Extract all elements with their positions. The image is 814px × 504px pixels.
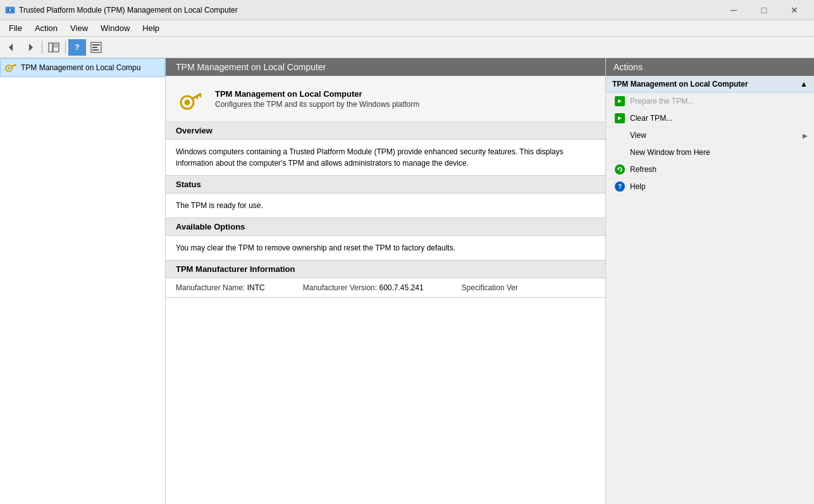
mfr-version-cell: Manufacturer Version: 600.7.45.241 <box>303 283 424 292</box>
svg-rect-11 <box>92 47 97 48</box>
mfr-version-label: Manufacturer Version: <box>303 283 377 292</box>
tpm-app-icon <box>5 5 15 15</box>
section-status-body: The TPM is ready for use. <box>166 194 605 218</box>
section-options-body: You may clear the TPM to remove ownershi… <box>166 236 605 260</box>
arrow-right-icon <box>617 98 623 104</box>
tpm-tree-icon <box>4 61 17 74</box>
toolbar-properties[interactable] <box>87 39 105 56</box>
manufacturer-row: Manufacturer Name: INTC Manufacturer Ver… <box>166 278 605 297</box>
view-icon-empty <box>615 130 625 140</box>
menu-action[interactable]: Action <box>28 22 64 35</box>
mfr-version-value: 600.7.45.241 <box>379 283 423 292</box>
svg-marker-4 <box>29 44 33 51</box>
prepare-tpm-label: Prepare the TPM... <box>630 97 694 106</box>
section-manufacturer-header: TPM Manufacturer Information <box>166 261 605 278</box>
close-button[interactable]: ✕ <box>780 1 809 19</box>
action-new-window[interactable]: New Window from Here <box>606 144 814 161</box>
new-window-label: New Window from Here <box>630 148 710 157</box>
arrow-right-icon-2 <box>617 115 623 121</box>
toolbar-back[interactable] <box>3 39 20 56</box>
svg-point-14 <box>8 67 10 70</box>
refresh-icon <box>615 164 625 175</box>
mfr-name-label: Manufacturer Name: <box>176 283 245 292</box>
svg-point-2 <box>9 9 11 11</box>
toolbar-separator-2 <box>65 41 66 54</box>
action-view[interactable]: View ▶ <box>606 127 814 144</box>
tree-item-label: TPM Management on Local Compu <box>21 63 140 72</box>
title-bar: Trusted Platform Module (TPM) Management… <box>0 0 814 20</box>
view-label: View <box>630 131 646 140</box>
svg-marker-24 <box>618 116 622 120</box>
action-refresh[interactable]: Refresh <box>606 161 814 178</box>
refresh-label: Refresh <box>630 165 657 174</box>
main-layout: TPM Management on Local Compu TPM Manage… <box>0 58 814 504</box>
properties-icon <box>90 42 102 53</box>
svg-rect-12 <box>92 49 99 51</box>
actions-header: Actions <box>606 58 814 76</box>
mfr-name-cell: Manufacturer Name: INTC <box>176 283 265 292</box>
key-icon <box>4 61 17 74</box>
help-label: Help <box>630 182 646 191</box>
toolbar-forward[interactable] <box>22 39 39 56</box>
forward-icon <box>25 42 35 52</box>
window-title: Trusted Platform Module (TPM) Management… <box>19 6 238 15</box>
tpm-key-icon <box>177 85 205 113</box>
right-panel: Actions TPM Management on Local Computer… <box>605 58 814 504</box>
menu-bar: File Action View Window Help <box>0 20 814 37</box>
action-group-label: TPM Management on Local Computer <box>612 80 748 89</box>
section-status-header: Status <box>166 176 605 194</box>
svg-rect-5 <box>49 43 52 52</box>
view-inner: View <box>615 130 646 140</box>
toolbar-separator-1 <box>42 41 42 54</box>
menu-help[interactable]: Help <box>136 22 166 35</box>
section-overview: Overview Windows computers containing a … <box>166 122 605 176</box>
menu-window[interactable]: Window <box>94 22 136 35</box>
svg-rect-10 <box>92 44 100 46</box>
collapse-icon: ▲ <box>800 80 808 89</box>
section-available-options: Available Options You may clear the TPM … <box>166 218 605 261</box>
help-icon: ? <box>615 181 625 192</box>
show-hide-icon <box>48 42 59 53</box>
mfr-spec-cell: Specification Ver <box>462 283 518 292</box>
svg-marker-25 <box>618 168 620 170</box>
new-window-icon-empty <box>615 147 625 157</box>
action-clear-tpm[interactable]: Clear TPM... <box>606 110 814 127</box>
clear-tpm-icon <box>615 113 625 123</box>
section-status: Status The TPM is ready for use. <box>166 176 605 218</box>
minimize-button[interactable]: ─ <box>719 1 748 19</box>
svg-marker-3 <box>9 44 13 51</box>
svg-rect-6 <box>53 43 59 52</box>
content-header: TPM Management on Local Computer <box>166 58 605 76</box>
back-icon <box>6 42 16 52</box>
refresh-arrow-icon <box>617 166 623 173</box>
prepare-tpm-icon <box>615 96 625 106</box>
toolbar: ? <box>0 37 814 58</box>
svg-marker-23 <box>618 99 622 103</box>
action-group-tpm[interactable]: TPM Management on Local Computer ▲ <box>606 76 814 93</box>
section-options-header: Available Options <box>166 218 605 236</box>
info-text-block: TPM Management on Local Computer Configu… <box>215 89 419 109</box>
section-overview-body: Windows computers containing a Trusted P… <box>166 140 605 175</box>
toolbar-help[interactable]: ? <box>68 39 86 56</box>
mfr-name-value: INTC <box>247 283 265 292</box>
action-help[interactable]: ? Help <box>606 178 814 195</box>
toolbar-show-hide[interactable] <box>45 39 63 56</box>
action-prepare-tpm: Prepare the TPM... <box>606 93 814 110</box>
info-title: TPM Management on Local Computer <box>215 89 419 99</box>
section-manufacturer: TPM Manufacturer Information Manufacture… <box>166 261 605 298</box>
menu-file[interactable]: File <box>3 22 28 35</box>
svg-point-19 <box>185 100 190 106</box>
info-subtitle: Configures the TPM and its support by th… <box>215 100 419 109</box>
view-arrow-icon: ▶ <box>803 132 808 139</box>
center-panel: TPM Management on Local Computer TPM Man… <box>166 58 605 504</box>
menu-view[interactable]: View <box>64 22 94 35</box>
info-icon <box>176 83 206 114</box>
maximize-button[interactable]: □ <box>749 1 779 19</box>
tree-item-tpm[interactable]: TPM Management on Local Compu <box>0 58 165 77</box>
section-overview-header: Overview <box>166 122 605 140</box>
clear-tpm-label: Clear TPM... <box>630 114 672 123</box>
mfr-spec-label: Specification Ver <box>462 283 518 292</box>
title-bar-left: Trusted Platform Module (TPM) Management… <box>5 5 238 15</box>
title-bar-controls: ─ □ ✕ <box>719 1 809 19</box>
left-panel: TPM Management on Local Compu <box>0 58 166 504</box>
